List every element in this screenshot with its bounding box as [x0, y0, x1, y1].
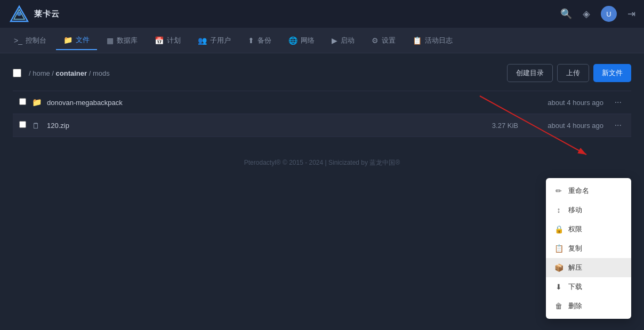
file-name-0[interactable]: donovan-megabackpack	[47, 99, 465, 107]
ctx-extract[interactable]: 📦 解压	[546, 258, 631, 277]
select-all-checkbox[interactable]	[13, 69, 21, 77]
files-icon: 📁	[63, 36, 73, 44]
ctx-copy[interactable]: 📋 复制	[546, 239, 631, 258]
breadcrumb-area: / home / container / mods	[13, 69, 110, 77]
nav-label-files: 文件	[76, 35, 90, 45]
file-bar: / home / container / mods 创建目录 上传 新文件	[13, 64, 631, 82]
nav-label-schedule: 计划	[167, 36, 181, 45]
file-more-btn-1[interactable]: ···	[611, 119, 625, 131]
ctx-permissions-label: 权限	[568, 224, 582, 234]
main-content: / home / container / mods 创建目录 上传 新文件 📁 …	[0, 53, 644, 178]
footer-text: Pterodactyl® © 2015 - 2024 | Sinicizated…	[244, 159, 400, 166]
ctx-download[interactable]: ⬇ 下载	[546, 277, 631, 296]
nav-item-subuser[interactable]: 👥 子用户	[190, 31, 238, 50]
startup-icon: ▶	[332, 36, 337, 45]
nav-item-files[interactable]: 📁 文件	[56, 31, 97, 50]
nav-item-actlog[interactable]: 📋 活动日志	[405, 31, 460, 50]
move-icon: ↕	[554, 206, 563, 214]
settings-icon: ⚙	[372, 36, 379, 45]
table-row: 🗒 120.zip 3.27 KiB about 4 hours ago ···	[13, 114, 631, 137]
nav-item-backup[interactable]: ⬆ 备份	[240, 31, 279, 50]
logo-icon	[9, 4, 30, 23]
ctx-download-label: 下载	[568, 282, 582, 292]
nav-label-actlog: 活动日志	[425, 36, 453, 45]
nav-item-database[interactable]: ▦ 数据库	[99, 31, 145, 50]
app-header: 莱卡云 🔍 ◈ U ⇥	[0, 0, 644, 28]
file-size-1: 3.27 KiB	[465, 122, 518, 130]
layers-icon[interactable]: ◈	[583, 8, 590, 20]
main-nav: >_ 控制台 📁 文件 ▦ 数据库 📅 计划 👥 子用户 ⬆ 备份 🌐 网络 ▶…	[0, 28, 644, 53]
file-date-0: about 4 hours ago	[518, 99, 603, 107]
network-icon: 🌐	[288, 36, 297, 45]
user-avatar[interactable]: U	[601, 6, 617, 22]
footer: Pterodactyl® © 2015 - 2024 | Sinicizated…	[13, 158, 631, 167]
toolbar-buttons: 创建目录 上传 新文件	[507, 64, 631, 82]
nav-item-network[interactable]: 🌐 网络	[281, 31, 322, 50]
file-list: 📁 donovan-megabackpack about 4 hours ago…	[13, 91, 631, 137]
rename-icon: ✏	[554, 187, 563, 195]
file-icon: 🗒	[32, 121, 47, 130]
ctx-rename-label: 重命名	[568, 186, 589, 196]
table-row: 📁 donovan-megabackpack about 4 hours ago…	[13, 91, 631, 114]
logo-text: 莱卡云	[34, 9, 60, 19]
extract-icon: 📦	[554, 263, 563, 272]
search-icon[interactable]: 🔍	[560, 8, 572, 20]
nav-item-schedule[interactable]: 📅 计划	[147, 31, 188, 50]
context-menu: ✏ 重命名 ↕ 移动 🔒 权限 📋 复制 📦 解压 ⬇ 下载 🗑 删除	[546, 178, 631, 319]
breadcrumb: / home / container / mods	[29, 69, 110, 77]
console-icon: >_	[14, 36, 22, 45]
subuser-icon: 👥	[198, 36, 207, 45]
svg-point-2	[17, 12, 21, 16]
create-dir-button[interactable]: 创建目录	[507, 64, 553, 82]
ctx-rename[interactable]: ✏ 重命名	[546, 181, 631, 200]
database-icon: ▦	[107, 36, 114, 45]
ctx-delete-label: 删除	[568, 301, 582, 311]
nav-label-console: 控制台	[26, 36, 46, 45]
logo: 莱卡云	[9, 4, 60, 23]
row-checkbox-1[interactable]	[19, 121, 26, 128]
nav-item-settings[interactable]: ⚙ 设置	[364, 31, 403, 50]
backup-icon: ⬆	[248, 36, 254, 45]
nav-label-settings: 设置	[382, 36, 396, 45]
upload-button[interactable]: 上传	[557, 64, 589, 82]
ctx-move-label: 移动	[568, 205, 582, 215]
header-right: 🔍 ◈ U ⇥	[560, 6, 635, 22]
ctx-move[interactable]: ↕ 移动	[546, 200, 631, 220]
copy-icon: 📋	[554, 244, 563, 253]
folder-icon: 📁	[32, 98, 47, 107]
file-date-1: about 4 hours ago	[518, 122, 603, 130]
download-icon: ⬇	[554, 283, 563, 291]
file-name-1[interactable]: 120.zip	[47, 122, 465, 130]
nav-item-console[interactable]: >_ 控制台	[6, 31, 54, 50]
ctx-delete[interactable]: 🗑 删除	[546, 296, 631, 316]
ctx-permissions[interactable]: 🔒 权限	[546, 220, 631, 239]
nav-label-subuser: 子用户	[210, 36, 231, 45]
new-file-button[interactable]: 新文件	[593, 64, 631, 82]
nav-label-database: 数据库	[117, 36, 138, 45]
permissions-icon: 🔒	[554, 225, 563, 234]
nav-label-network: 网络	[301, 36, 315, 45]
actlog-icon: 📋	[413, 36, 422, 45]
nav-label-startup: 启动	[341, 36, 355, 45]
nav-label-backup: 备份	[257, 36, 271, 45]
delete-icon: 🗑	[554, 302, 563, 310]
schedule-icon: 📅	[155, 36, 164, 45]
ctx-copy-label: 复制	[568, 244, 582, 253]
row-checkbox-0[interactable]	[19, 98, 26, 105]
nav-item-startup[interactable]: ▶ 启动	[324, 31, 362, 50]
ctx-extract-label: 解压	[568, 263, 582, 272]
logout-icon[interactable]: ⇥	[627, 8, 635, 20]
file-more-btn-0[interactable]: ···	[611, 96, 625, 108]
